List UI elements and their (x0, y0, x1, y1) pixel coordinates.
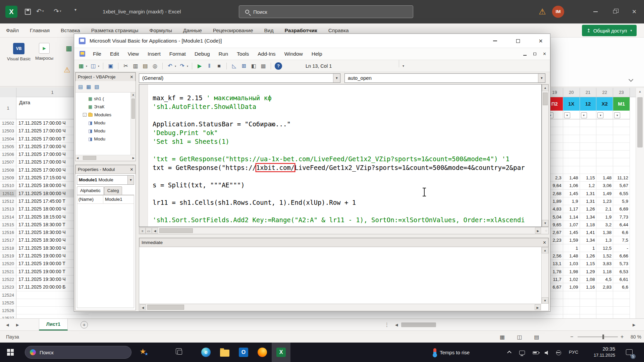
grid-cell[interactable]: 1,41 (580, 229, 597, 236)
grid-cell[interactable]: 3,06 (596, 182, 613, 189)
taskbar-app-outlook[interactable]: O (234, 343, 253, 362)
avatar[interactable]: IM (552, 6, 564, 18)
grid-cell[interactable] (563, 143, 580, 150)
page-break-view-icon[interactable]: ▤ (534, 334, 539, 340)
ribbon-tab-5[interactable]: Данные (183, 27, 202, 34)
scrollbar-thumb[interactable] (83, 156, 96, 160)
zoom-slider[interactable] (578, 337, 618, 337)
immediate-close-icon[interactable]: × (543, 240, 546, 246)
grid-cell[interactable] (580, 127, 597, 135)
row-header[interactable]: 12524 (0, 291, 16, 299)
row-header[interactable]: 12522 (0, 276, 16, 283)
scrollbar-thumb[interactable] (159, 228, 193, 233)
property-value[interactable]: Module1 (103, 195, 134, 203)
grid-cell[interactable]: 6,44 (613, 221, 630, 229)
taskbar-app-excel[interactable]: X (272, 343, 290, 362)
project-explorer-icon[interactable]: ⊞ (240, 62, 248, 70)
macros-button[interactable]: ▶ Макросы (32, 40, 56, 81)
vba-maximize-button[interactable] (510, 34, 526, 48)
grid-cell[interactable]: 5,73 (613, 260, 630, 267)
ribbon-tab-8[interactable]: Разработчик (285, 27, 317, 34)
grid-cell[interactable] (613, 158, 630, 166)
grid-cell[interactable] (596, 135, 613, 143)
task-view-icon[interactable] (176, 348, 182, 354)
column-header[interactable]: 23 (613, 88, 630, 97)
design-mode-icon[interactable]: ◺ (230, 62, 238, 70)
grid-cell[interactable]: 1,59 (563, 236, 580, 244)
row-header[interactable]: 12515 (0, 221, 16, 229)
code-editor[interactable]: max_kf = 2.15 ' максимальный кф'sh1.Auto… (139, 84, 542, 227)
vertical-scrollbar[interactable]: ▲ (636, 88, 644, 318)
grid-cell[interactable]: 6,53 (613, 268, 630, 276)
paste-icon[interactable]: ▤ (142, 62, 149, 70)
grid-cell[interactable]: 1,26 (580, 205, 597, 213)
code-line[interactable]: 'Debug.Print "ok" (153, 128, 541, 137)
row-header[interactable]: 12518 (0, 244, 16, 252)
grid-cell[interactable]: 1,03 (563, 260, 580, 267)
find-icon[interactable]: ◎ (151, 62, 159, 70)
row-header[interactable]: 12525 (0, 299, 16, 307)
grid-cell[interactable] (580, 135, 597, 143)
grid-cell[interactable] (563, 119, 580, 127)
grid-cell[interactable] (596, 314, 613, 318)
immediate-vscrollbar[interactable]: ▲ ▼ (541, 247, 548, 304)
ribbon-tab-6[interactable]: Рецензирование (213, 27, 253, 34)
menu-edit[interactable]: Edit (110, 51, 119, 57)
zoom-slider-thumb[interactable] (602, 335, 604, 339)
grid-cell[interactable]: 1,18 (596, 268, 613, 276)
normal-view-icon[interactable]: ▦ (500, 334, 505, 340)
insert-userform-icon[interactable]: ◫ (90, 62, 97, 70)
scroll-up-icon[interactable]: ▲ (636, 88, 644, 95)
row-header[interactable]: 12513 (0, 205, 16, 213)
table-icon[interactable]: ▦ (66, 44, 72, 52)
row-header[interactable]: 12523 (0, 283, 16, 291)
grid-cell[interactable]: 1,09 (563, 283, 580, 291)
restore-button[interactable] (605, 0, 625, 23)
toolbar-options-icon[interactable]: ▾ (399, 60, 404, 67)
grid-cell[interactable]: 1,29 (580, 268, 597, 276)
grid-cell[interactable] (613, 299, 630, 307)
break-icon[interactable]: ‖ (206, 62, 213, 70)
grid-cell[interactable] (613, 307, 630, 314)
zoom-level[interactable]: 80 % (631, 331, 641, 343)
column-header[interactable]: 20 (563, 88, 580, 97)
menu-tools[interactable]: Tools (237, 51, 249, 57)
ribbon-tab-7[interactable]: Вид (264, 27, 274, 34)
grid-cell[interactable] (580, 150, 597, 158)
cut-icon[interactable]: ✂ (122, 62, 129, 70)
weather-widget[interactable]: Temps to rise (433, 343, 470, 362)
add-sheet-button[interactable]: + (80, 321, 88, 328)
taskbar-app-edge[interactable]: e (197, 343, 215, 362)
redo-icon[interactable]: ↷ (178, 62, 186, 70)
scrollbar-thumb[interactable] (543, 93, 548, 105)
code-line[interactable] (153, 172, 541, 181)
language-indicator[interactable]: РУС (569, 343, 579, 362)
grid-cell[interactable]: 6,6 (613, 229, 630, 236)
grid-cell[interactable]: 1 (563, 244, 580, 252)
undo-button[interactable]: ↶▾ (36, 7, 44, 15)
grid-cell[interactable]: 1,08 (580, 276, 597, 283)
grid-cell[interactable] (546, 314, 563, 318)
grid-cell[interactable] (580, 158, 597, 166)
grid-cell[interactable] (563, 299, 580, 307)
grid-cell[interactable] (596, 127, 613, 135)
property-row[interactable]: (Name)Module1 (77, 195, 134, 204)
row-header[interactable]: 12504 (0, 135, 16, 143)
redo-button[interactable]: ↷▾ (54, 7, 61, 15)
child-minimize-icon[interactable] (523, 55, 527, 56)
grid-cell[interactable]: 1,2 (580, 182, 597, 189)
quick-access-dropdown[interactable]: ▾ (74, 7, 76, 12)
code-line[interactable]: max_kf = 2.15 ' максимальный кф (153, 94, 541, 102)
scroll-up-icon[interactable]: ▲ (131, 93, 136, 97)
code-line[interactable] (153, 189, 541, 198)
menu-window[interactable]: Window (284, 51, 303, 57)
grid-cell[interactable]: 7,5 (613, 236, 630, 244)
row-header[interactable]: 12506 (0, 150, 16, 158)
code-vscrollbar[interactable]: ▲ ▼ (542, 84, 549, 227)
child-close-icon[interactable]: × (543, 51, 546, 57)
chevron-down-icon[interactable]: ▼ (538, 74, 545, 82)
taskbar-search[interactable]: Поиск (25, 346, 131, 359)
view-code-icon[interactable]: ▤ (78, 84, 83, 90)
resize-grip[interactable]: ⁘ (545, 229, 548, 233)
immediate-window[interactable]: Immediate × ▲ ▼ ◀ ▶ (139, 238, 549, 311)
